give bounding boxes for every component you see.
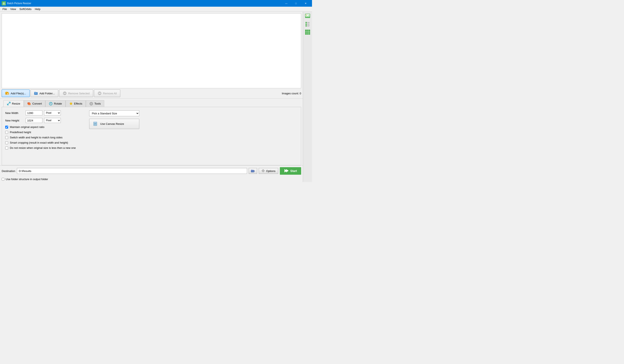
minimize-button[interactable]: — — [282, 0, 291, 7]
left-panel: + Add File(s)... + Add Folder... — [0, 12, 303, 182]
menu-bar: File View SoftOrbits Help — [0, 7, 312, 12]
width-input[interactable] — [26, 110, 42, 115]
effects-tab-icon — [69, 102, 73, 106]
tab-rotate-label: Rotate — [54, 102, 62, 105]
svg-rect-43 — [306, 24, 307, 25]
main-area: + Add File(s)... + Add Folder... — [0, 12, 312, 182]
bottom-bar: Use folder structure in output folder — [0, 176, 303, 182]
resize-settings-right: Pick a Standard Size 800x600 1024x768 12… — [89, 110, 139, 151]
width-label: New Width — [5, 111, 24, 115]
smart-crop-label: Smart cropping (result in exact width an… — [10, 141, 68, 144]
images-count: Images count: 0 — [282, 92, 301, 95]
smart-crop-checkbox[interactable] — [5, 141, 8, 144]
tab-rotate[interactable]: Rotate — [45, 100, 65, 107]
maximize-button[interactable]: □ — [291, 0, 301, 7]
app-title: Batch Picture Resizer — [7, 2, 282, 5]
predefined-height-label: Predefined height — [10, 131, 31, 134]
sidebar-thumbnail-view[interactable] — [304, 13, 311, 20]
svg-point-12 — [50, 103, 51, 104]
predefined-height-checkbox[interactable] — [5, 131, 8, 134]
menu-file[interactable]: File — [1, 7, 9, 11]
tab-convert[interactable]: Convert — [24, 100, 46, 107]
rotate-tab-icon — [49, 102, 53, 106]
svg-text:+: + — [7, 93, 8, 95]
remove-all-icon — [98, 91, 102, 95]
resize-settings-left: New Width Pixel Percent cm mm inch — [5, 110, 76, 151]
remove-selected-button[interactable]: Remove Selected — [59, 90, 93, 97]
width-row: New Width Pixel Percent cm mm inch — [5, 110, 76, 115]
tab-resize[interactable]: Resize — [3, 100, 24, 107]
tab-effects[interactable]: Effects — [66, 100, 86, 107]
add-files-icon: + — [5, 91, 9, 95]
switch-wh-checkbox[interactable] — [5, 136, 8, 139]
height-row: New Height Pixel Percent cm mm inch — [5, 118, 76, 123]
title-bar: 🖼 Batch Picture Resizer — □ ✕ — [0, 0, 312, 7]
height-input[interactable] — [26, 118, 42, 123]
switch-wh-label: Switch width and height to match long si… — [10, 136, 62, 139]
svg-marker-36 — [286, 169, 289, 172]
settings-panel: New Width Pixel Percent cm mm inch — [2, 107, 301, 165]
svg-rect-46 — [306, 25, 307, 26]
right-sidebar — [303, 12, 312, 182]
add-folder-label: Add Folder... — [39, 92, 55, 95]
standard-size-row: Pick a Standard Size 800x600 1024x768 12… — [89, 110, 139, 116]
svg-point-30 — [263, 170, 263, 171]
svg-point-13 — [90, 102, 93, 105]
folder-structure-checkbox[interactable] — [2, 178, 4, 181]
folder-structure-label: Use folder structure in output folder — [6, 178, 48, 181]
toolbar: + Add File(s)... + Add Folder... — [0, 88, 303, 98]
remove-all-button[interactable]: Remove All — [94, 90, 120, 97]
sidebar-list-view[interactable] — [304, 21, 311, 28]
options-button[interactable]: Options — [259, 168, 278, 174]
tabs: Resize Convert — [2, 100, 301, 107]
height-label: New Height — [5, 119, 24, 122]
destination-label: Destination — [2, 170, 15, 173]
remove-selected-label: Remove Selected — [68, 92, 90, 95]
add-files-label: Add File(s)... — [11, 92, 26, 95]
maintain-aspect-label: Maintain original aspect ratio — [10, 125, 44, 129]
add-files-button[interactable]: + Add File(s)... — [2, 90, 30, 97]
no-resize-label: Do not resize when original size is less… — [10, 146, 76, 149]
canvas-resize-button[interactable]: Use Canvas Resize — [89, 119, 139, 129]
destination-bar: Destination — [0, 165, 303, 176]
no-resize-checkbox[interactable] — [5, 146, 8, 149]
options-label: Options — [266, 170, 275, 173]
standard-size-select[interactable]: Pick a Standard Size 800x600 1024x768 12… — [89, 110, 139, 116]
svg-rect-1 — [6, 92, 7, 93]
tab-tools[interactable]: Tools — [86, 100, 104, 107]
width-unit-select[interactable]: Pixel Percent cm mm inch — [44, 110, 61, 115]
canvas-resize-label: Use Canvas Resize — [100, 122, 124, 125]
destination-input[interactable] — [17, 168, 247, 174]
start-button[interactable]: Start — [280, 167, 301, 175]
app-icon: 🖼 — [2, 1, 6, 5]
convert-tab-icon — [27, 102, 31, 106]
menu-help[interactable]: Help — [33, 7, 42, 11]
resize-tab-icon — [7, 102, 11, 105]
tab-effects-label: Effects — [74, 102, 82, 105]
start-label: Start — [290, 169, 297, 173]
image-drop-area[interactable] — [2, 13, 301, 88]
height-unit-select[interactable]: Pixel Percent cm mm inch — [44, 118, 61, 123]
tab-convert-label: Convert — [32, 102, 42, 105]
close-button[interactable]: ✕ — [301, 0, 310, 7]
menu-view[interactable]: View — [9, 7, 18, 11]
destination-browse-button[interactable] — [249, 168, 257, 174]
window-controls: — □ ✕ — [282, 0, 310, 7]
no-resize-row: Do not resize when original size is less… — [5, 146, 76, 149]
bottom-panel: Resize Convert — [0, 98, 303, 165]
predefined-height-row: Predefined height — [5, 131, 76, 134]
add-folder-icon: + — [34, 91, 38, 95]
tools-tab-icon — [89, 102, 93, 106]
tab-resize-label: Resize — [12, 102, 20, 105]
menu-softorbits[interactable]: SoftOrbits — [18, 7, 33, 11]
svg-point-14 — [91, 103, 92, 104]
svg-text:+: + — [35, 92, 36, 94]
maintain-aspect-row: Maintain original aspect ratio — [5, 125, 76, 129]
smart-crop-row: Smart cropping (result in exact width an… — [5, 141, 76, 144]
options-gear-icon — [261, 169, 265, 173]
folder-structure-row: Use folder structure in output folder — [2, 178, 48, 181]
svg-rect-40 — [306, 22, 307, 23]
add-folder-button[interactable]: + Add Folder... — [30, 90, 58, 97]
maintain-aspect-checkbox[interactable] — [5, 126, 8, 129]
sidebar-grid-view[interactable] — [304, 28, 311, 36]
